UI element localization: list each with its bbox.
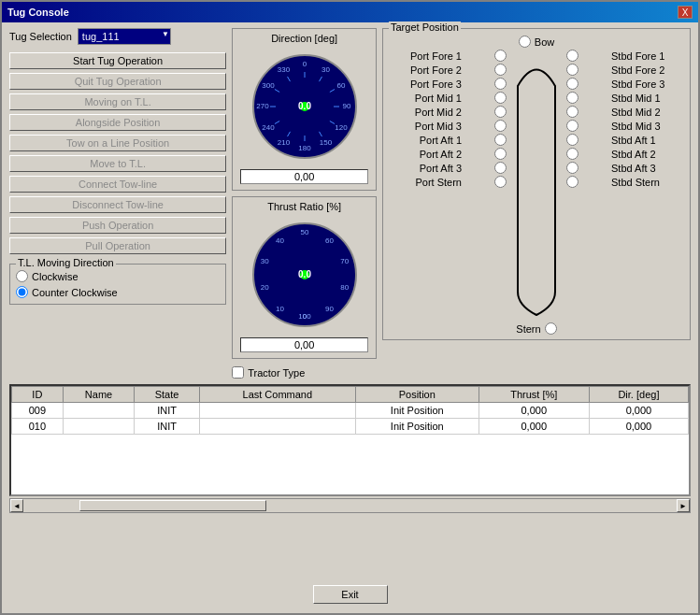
table-row: 009INITInit Position0,0000,000 xyxy=(12,403,689,419)
port-fore3-row: Port Fore 3 xyxy=(387,77,508,91)
port-fore3-radio[interactable] xyxy=(494,78,507,90)
port-mid1-radio[interactable] xyxy=(494,92,507,104)
tractor-label: Tractor Type xyxy=(248,367,305,379)
col-thrust: Thrust [%] xyxy=(479,387,589,403)
cell-thrust: 0,000 xyxy=(479,419,589,435)
port-stern-label: Port Stern xyxy=(387,177,462,188)
port-mid2-radio[interactable] xyxy=(494,106,507,118)
direction-title: Direction [deg] xyxy=(236,33,372,44)
direction-value: 0,00 xyxy=(240,169,368,184)
tow-line-button[interactable]: Tow on a Line Position xyxy=(9,135,226,151)
stbd-aft2-radio[interactable] xyxy=(566,148,579,160)
stbd-mid1-radio[interactable] xyxy=(566,92,579,104)
stern-radio[interactable] xyxy=(545,322,557,335)
cell-position: Init Position xyxy=(355,403,479,419)
stbd-aft1-row: Stbd Aft 1 xyxy=(564,133,686,147)
stbd-fore1-radio[interactable] xyxy=(566,50,579,62)
clockwise-radio[interactable] xyxy=(16,270,28,282)
port-aft2-label: Port Aft 2 xyxy=(387,149,462,160)
table-wrapper: ID Name State Last Command Position Thru… xyxy=(9,384,691,496)
bow-radio[interactable] xyxy=(519,36,531,48)
col-dir: Dir. [deg] xyxy=(589,387,688,403)
window-title: Tug Console xyxy=(7,7,69,18)
close-button[interactable]: X xyxy=(678,6,693,19)
ship-outline xyxy=(508,49,564,320)
stbd-aft3-radio[interactable] xyxy=(566,162,579,174)
stbd-mid2-row: Stbd Mid 2 xyxy=(564,105,686,119)
tl-moving-direction-group: T.L. Moving Direction Clockwise Counter … xyxy=(9,264,226,305)
tug-selection-label: Tug Selection xyxy=(9,31,72,42)
tractor-checkbox[interactable] xyxy=(232,366,244,379)
stbd-mid1-label: Stbd Mid 1 xyxy=(611,93,686,104)
port-aft1-label: Port Aft 1 xyxy=(387,135,462,146)
quit-tug-button[interactable]: Quit Tug Operation xyxy=(9,73,226,90)
stern-row: Stern xyxy=(387,322,686,336)
tug-select[interactable]: tug_111 tug_222 xyxy=(78,28,171,45)
stern-label: Stern xyxy=(516,323,540,335)
stbd-mid3-radio[interactable] xyxy=(566,120,579,132)
col-position: Position xyxy=(355,387,479,403)
scroll-thumb[interactable] xyxy=(79,500,266,511)
cell-position: Init Position xyxy=(355,419,479,435)
port-mid3-radio[interactable] xyxy=(494,120,507,132)
stbd-aft3-label: Stbd Aft 3 xyxy=(611,163,686,174)
move-tl-button[interactable]: Move to T.L. xyxy=(9,155,226,172)
cell-id: 010 xyxy=(12,419,64,435)
push-button[interactable]: Push Operation xyxy=(9,217,226,234)
port-mid2-row: Port Mid 2 xyxy=(387,105,508,119)
exit-button[interactable]: Exit xyxy=(313,585,388,604)
port-fore2-row: Port Fore 2 xyxy=(387,63,508,77)
port-aft2-radio[interactable] xyxy=(494,148,507,160)
stbd-column: Stbd Fore 1 Stbd Fore 2 Stbd Fore 3 xyxy=(564,49,686,189)
port-mid1-row: Port Mid 1 xyxy=(387,91,508,105)
stbd-fore3-radio[interactable] xyxy=(566,78,579,90)
port-mid2-label: Port Mid 2 xyxy=(387,107,462,118)
col-id: ID xyxy=(12,387,64,403)
disconnect-towline-button[interactable]: Disconnect Tow-line xyxy=(9,196,226,213)
clockwise-row: Clockwise xyxy=(16,268,220,284)
connect-towline-button[interactable]: Connect Tow-line xyxy=(9,176,226,193)
port-aft1-radio[interactable] xyxy=(494,134,507,146)
stbd-mid3-row: Stbd Mid 3 xyxy=(564,119,686,133)
alongside-button[interactable]: Alongside Position xyxy=(9,114,226,131)
stbd-fore2-radio[interactable] xyxy=(566,64,579,76)
stbd-fore3-label: Stbd Fore 3 xyxy=(611,79,686,90)
footer: Exit xyxy=(9,581,691,608)
cell-last_command xyxy=(199,403,355,419)
port-aft3-row: Port Aft 3 xyxy=(387,161,508,175)
clockwise-label: Clockwise xyxy=(32,271,79,282)
col-last-command: Last Command xyxy=(199,387,355,403)
port-stern-radio[interactable] xyxy=(494,176,507,188)
stbd-stern-radio[interactable] xyxy=(566,176,579,188)
port-fore1-radio[interactable] xyxy=(494,50,507,62)
middle-panel: Direction [deg] 0,00 Thrust Ratio [%] 0,… xyxy=(232,28,377,380)
pull-button[interactable]: Pull Operation xyxy=(9,237,226,254)
bow-label: Bow xyxy=(535,36,554,48)
stbd-fore3-row: Stbd Fore 3 xyxy=(564,77,686,91)
start-tug-button[interactable]: Start Tug Operation xyxy=(9,52,226,69)
port-fore2-radio[interactable] xyxy=(494,64,507,76)
port-mid3-label: Port Mid 3 xyxy=(387,121,462,132)
port-aft3-radio[interactable] xyxy=(494,162,507,174)
thrust-gauge-box: Thrust Ratio [%] 0,00 xyxy=(232,196,377,359)
port-aft1-row: Port Aft 1 xyxy=(387,133,508,147)
stbd-mid3-label: Stbd Mid 3 xyxy=(611,121,686,132)
counter-clockwise-radio[interactable] xyxy=(16,286,28,298)
scroll-left-arrow[interactable]: ◄ xyxy=(10,499,23,512)
moving-tl-button[interactable]: Moving on T.L. xyxy=(9,93,226,110)
cell-thrust: 0,000 xyxy=(479,403,589,419)
main-window: Tug Console X Tug Selection tug_111 tug_… xyxy=(0,0,700,615)
stbd-mid2-radio[interactable] xyxy=(566,106,579,118)
stbd-aft1-radio[interactable] xyxy=(566,134,579,146)
horizontal-scrollbar[interactable]: ◄ ► xyxy=(9,498,691,513)
counter-clockwise-row: Counter Clockwise xyxy=(16,284,220,300)
stbd-aft2-row: Stbd Aft 2 xyxy=(564,147,686,161)
port-fore1-label: Port Fore 1 xyxy=(387,50,462,62)
port-column: Port Fore 1 Port Fore 2 Port Fore 3 xyxy=(387,49,508,189)
stbd-fore1-row: Stbd Fore 1 xyxy=(564,49,686,63)
stbd-mid1-row: Stbd Mid 1 xyxy=(564,91,686,105)
scroll-right-arrow[interactable]: ► xyxy=(677,499,690,512)
port-aft3-label: Port Aft 3 xyxy=(387,163,462,174)
col-state: State xyxy=(135,387,199,403)
stbd-fore1-label: Stbd Fore 1 xyxy=(611,50,686,62)
